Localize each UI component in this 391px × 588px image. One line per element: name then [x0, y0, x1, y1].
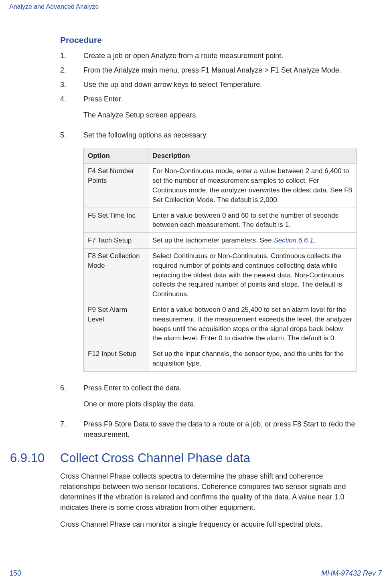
page-footer: 150 MHM-97432 Rev 7 [9, 569, 382, 578]
col-option: Option [84, 148, 148, 164]
step-6: 6. Press Enter to collect the data. One … [60, 383, 357, 415]
step-body: Use the up and down arrow keys to select… [83, 79, 357, 90]
ui-term: Cross Channel Phase [60, 472, 130, 480]
table-header-row: Option Description [84, 148, 357, 164]
text: to save the data to a route or a job, or… [149, 420, 293, 428]
step-body: Press Enter to collect the data. One or … [83, 383, 357, 415]
description-cell: Enter a value between 0 and 60 to set th… [148, 208, 357, 233]
text: can monitor a single frequency or acquir… [130, 520, 322, 528]
ui-term: Continuous [152, 186, 187, 194]
option-cell: F7 Tach Setup [84, 233, 148, 249]
ui-term: F1 Manual Analyze [201, 66, 262, 74]
step-3: 3. Use the up and down arrow keys to sel… [60, 79, 357, 90]
step-number: 1. [60, 51, 83, 61]
text: Set up the tachometer parameters. See [152, 236, 273, 244]
text: collects the required number of points a… [152, 281, 342, 288]
option-cell: F8 Set Collection Mode [84, 248, 148, 302]
text: Set the following options as necessary. [83, 131, 208, 139]
text: . [267, 252, 270, 260]
text: mode, the analyzer overwrites the oldest… [187, 186, 344, 194]
text: . [260, 81, 262, 89]
step-number: 6. [60, 383, 83, 415]
step-5: 5. Set the following options as necessar… [60, 130, 357, 378]
table-row: F5 Set Time Inc Enter a value between 0 … [84, 208, 357, 233]
ui-term: F9 Store Data [104, 420, 149, 428]
ui-term: F1 Set Analyze Mode [271, 66, 339, 74]
description-cell: Set up the tachometer parameters. See Se… [148, 233, 357, 249]
options-table: Option Description F4 Set Number Points … [83, 148, 357, 372]
text: Press [83, 95, 104, 103]
ui-term: Continuous [152, 290, 187, 298]
description-cell: Set up the input channels, the sensor ty… [148, 346, 357, 372]
step-number: 3. [60, 79, 83, 90]
main-content: Procedure 1. Create a job or open Analyz… [60, 32, 357, 536]
step-1: 1. Create a job or open Analyze from a r… [60, 51, 357, 61]
option-cell: F9 Set Alarm Level [84, 302, 148, 346]
step-body: From the Analyze main menu, press F1 Man… [83, 65, 357, 75]
text: . The default is 2,000. [213, 196, 279, 204]
text: From the Analyze main menu, press [83, 66, 201, 74]
running-header: Analyze and Advanced Analyze [9, 3, 382, 10]
description-cell: For Non-Continuous mode, enter a value b… [148, 164, 357, 208]
step-body: Press F9 Store Data to save the data to … [83, 419, 357, 440]
section-title: Collect Cross Channel Phase data [60, 451, 357, 465]
ui-term: Non-Continuous [164, 167, 214, 175]
text: . [339, 66, 341, 74]
procedure-heading: Procedure [60, 35, 357, 45]
ui-term: Non-Continuous [218, 252, 267, 260]
description-cell: Select Continuous or Non-Continuous. Con… [148, 248, 357, 302]
table-row: F9 Set Alarm Level Enter a value between… [84, 302, 357, 346]
page-number: 150 [9, 569, 21, 578]
ui-term: Temperature [219, 81, 260, 89]
step-result: One or more plots display the data. [83, 399, 357, 409]
text: . [187, 290, 189, 298]
doc-revision: MHM-97432 Rev 7 [321, 569, 382, 578]
table-row: F12 Input Setup Set up the input channel… [84, 346, 357, 372]
step-number: 7. [60, 419, 83, 440]
section-number: 6.9.10 [10, 451, 45, 465]
ui-term: Enter [104, 95, 121, 103]
text: Use the up and down arrow keys to select [83, 81, 219, 89]
paragraph: Cross Channel Phase can monitor a single… [60, 519, 357, 529]
section-6-9-10: 6.9.10 Collect Cross Channel Phase data … [60, 451, 357, 529]
cross-reference-link[interactable]: Section 6.6.1 [273, 236, 313, 244]
text: or [208, 252, 218, 260]
description-cell: Enter a value between 0 and 25,400 to se… [148, 302, 357, 346]
text: For [152, 167, 164, 175]
step-2: 2. From the Analyze main menu, press F1 … [60, 65, 357, 75]
option-cell: F5 Set Time Inc [84, 208, 148, 233]
ui-term: Non-Continuous [294, 271, 344, 279]
text: Press [83, 384, 104, 392]
step-7: 7. Press F9 Store Data to save the data … [60, 419, 357, 440]
table-row: F8 Set Collection Mode Select Continuous… [84, 248, 357, 302]
text: to collect the data. [121, 384, 182, 392]
table-row: F4 Set Number Points For Non-Continuous … [84, 164, 357, 208]
step-number: 2. [60, 65, 83, 75]
step-number: 4. [60, 94, 83, 126]
paragraph: Cross Channel Phase collects spectra to … [60, 471, 357, 513]
step-body: Press Enter. The Analyze Setup screen ap… [83, 94, 357, 126]
procedure-steps: 1. Create a job or open Analyze from a r… [60, 51, 357, 440]
ui-term: F8 Start [293, 420, 318, 428]
col-description: Description [148, 148, 357, 164]
step-number: 5. [60, 130, 83, 378]
ui-term: Enter [104, 384, 121, 392]
option-cell: F12 Input Setup [84, 346, 148, 372]
text: . [121, 95, 123, 103]
step-result: The Analyze Setup screen appears. [83, 110, 357, 120]
table-row: F7 Tach Setup Set up the tachometer para… [84, 233, 357, 249]
text: Press [83, 420, 104, 428]
text: Select [152, 252, 173, 260]
ui-term: Cross Channel Phase [60, 520, 130, 528]
text: > [262, 66, 271, 74]
step-body: Create a job or open Analyze from a rout… [83, 51, 357, 61]
ui-term: Continuous [173, 252, 208, 260]
ui-term: Continuous [271, 252, 305, 260]
step-body: Set the following options as necessary. … [83, 130, 357, 378]
step-4: 4. Press Enter. The Analyze Setup screen… [60, 94, 357, 126]
option-cell: F4 Set Number Points [84, 164, 148, 208]
text: . [314, 236, 316, 244]
